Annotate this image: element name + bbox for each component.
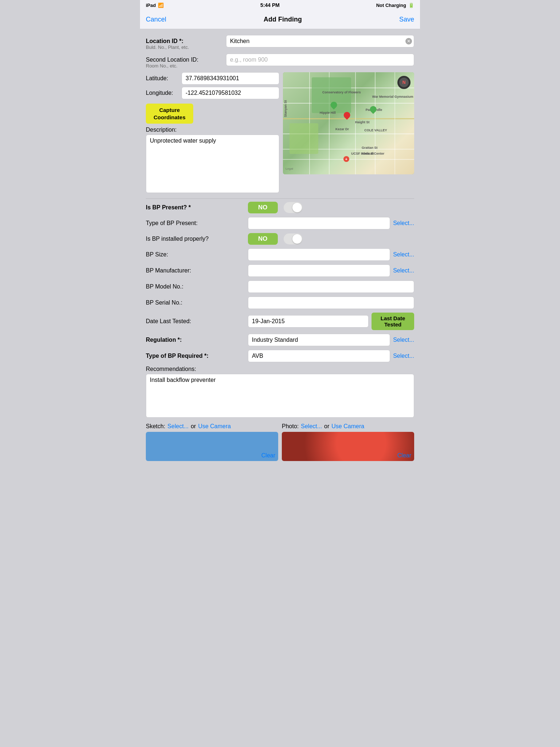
bp-serial-label: BP Serial No.:	[146, 299, 248, 306]
battery-label: Not Charging	[376, 3, 406, 8]
location-id-input[interactable]	[226, 35, 414, 47]
location-id-label: Location ID *: Buld. No., Plant, etc.	[146, 35, 226, 50]
compass-icon: N	[397, 76, 411, 89]
is-bp-installed-row: Is BP installed properly? NO	[146, 233, 414, 245]
latitude-row: Latitude:	[146, 72, 279, 85]
is-bp-present-no-badge: NO	[248, 202, 278, 213]
status-right: Not Charging 🔋	[376, 3, 414, 8]
regulation-select[interactable]: Select...	[393, 337, 414, 343]
status-bar: iPad 📶 5:44 PM Not Charging 🔋	[140, 0, 420, 10]
is-bp-present-controls: NO	[248, 202, 303, 213]
recommendations-label: Recommendations:	[146, 366, 414, 372]
bp-manufacturer-controls: Select...	[248, 264, 414, 277]
sketch-section: Sketch: Select... or Use Camera Clear	[146, 423, 278, 461]
bp-size-controls: Select...	[248, 248, 414, 261]
second-location-id-input[interactable]	[226, 54, 414, 66]
type-of-bp-required-input[interactable]: AVB	[248, 350, 390, 362]
map-view[interactable]: Stanyan St COLE VALLEY Conservatory of F…	[283, 72, 414, 174]
sketch-clear-button[interactable]: Clear	[261, 452, 275, 459]
location-id-clear-icon[interactable]: ✕	[405, 38, 412, 44]
coords-section: Latitude: Longitude: CaptureCoordinates …	[146, 72, 279, 195]
second-location-id-input-container	[226, 54, 414, 66]
status-time: 5:44 PM	[260, 2, 280, 8]
photo-label: Photo:	[282, 423, 299, 430]
description-label: Description:	[146, 127, 279, 133]
ucsf-marker: +	[343, 156, 349, 162]
sketch-camera-link[interactable]: Use Camera	[198, 423, 231, 430]
recommendations-section: Recommendations:	[146, 366, 414, 419]
photo-select-link[interactable]: Select...	[301, 423, 322, 430]
bp-serial-row: BP Serial No.:	[146, 297, 414, 309]
compass-needle: N	[399, 78, 409, 87]
bp-size-input[interactable]	[248, 248, 390, 261]
is-bp-installed-toggle[interactable]	[284, 233, 303, 244]
sketch-photo-row: Sketch: Select... or Use Camera Clear Ph…	[146, 423, 414, 461]
is-bp-installed-label: Is BP installed properly?	[146, 236, 248, 242]
bp-model-row: BP Model No.:	[146, 280, 414, 293]
date-last-tested-label: Date Last Tested:	[146, 318, 248, 325]
save-button[interactable]: Save	[399, 16, 414, 23]
is-bp-present-toggle-knob	[292, 203, 302, 212]
photo-section: Photo: Select... or Use Camera Clear	[282, 423, 414, 461]
second-location-id-label: Second Location ID: Room No., etc.	[146, 54, 226, 69]
page-title: Add Finding	[264, 16, 302, 23]
bp-manufacturer-row: BP Manufacturer: Select...	[146, 264, 414, 277]
device-label: iPad	[146, 3, 156, 8]
is-bp-installed-toggle-knob	[292, 234, 302, 244]
bp-model-input[interactable]	[248, 280, 414, 293]
is-bp-installed-no-badge: NO	[248, 233, 278, 245]
date-last-tested-input[interactable]	[248, 315, 369, 328]
type-of-bp-present-controls: Select...	[248, 217, 414, 229]
type-of-bp-required-label: Type of BP Required *:	[146, 353, 248, 359]
bp-serial-input-container	[248, 297, 414, 309]
photo-or: or	[324, 423, 329, 430]
type-of-bp-required-select[interactable]: Select...	[393, 353, 414, 359]
form-content: Location ID *: Buld. No., Plant, etc. ✕ …	[140, 29, 420, 467]
photo-clear-button[interactable]: Clear	[397, 452, 411, 459]
cancel-button[interactable]: Cancel	[146, 16, 166, 23]
divider-1	[146, 198, 414, 199]
bp-size-label: BP Size:	[146, 251, 248, 258]
longitude-label: Longitude:	[146, 90, 179, 96]
last-date-tested-button[interactable]: Last Date Tested	[372, 313, 414, 330]
bp-manufacturer-label: BP Manufacturer:	[146, 267, 248, 274]
sketch-label: Sketch:	[146, 423, 165, 430]
coords-map-row: Latitude: Longitude: CaptureCoordinates …	[146, 72, 414, 195]
status-left: iPad 📶	[146, 3, 164, 8]
photo-camera-link[interactable]: Use Camera	[331, 423, 364, 430]
recommendations-input[interactable]	[146, 374, 414, 418]
latitude-label: Latitude:	[146, 75, 179, 82]
nav-bar: Cancel Add Finding Save	[140, 10, 420, 29]
location-id-sublabel: Buld. No., Plant, etc.	[146, 44, 226, 50]
bp-manufacturer-select[interactable]: Select...	[393, 267, 414, 274]
sketch-or: or	[191, 423, 196, 430]
date-last-tested-row: Date Last Tested: Last Date Tested	[146, 313, 414, 330]
type-of-bp-required-controls: AVB Select...	[248, 350, 414, 362]
is-bp-present-label: Is BP Present? *	[146, 204, 248, 211]
is-bp-present-toggle[interactable]	[284, 202, 303, 213]
longitude-input[interactable]	[182, 87, 279, 99]
sketch-preview: Clear	[146, 432, 278, 461]
bp-model-input-container	[248, 280, 414, 293]
type-of-bp-present-input[interactable]	[248, 217, 390, 229]
is-bp-installed-controls: NO	[248, 233, 303, 245]
regulation-row: Regulation *: Industry Standard Select..…	[146, 334, 414, 346]
bp-size-select[interactable]: Select...	[393, 251, 414, 258]
wifi-icon: 📶	[158, 3, 164, 8]
second-location-id-row: Second Location ID: Room No., etc.	[146, 54, 414, 69]
regulation-input[interactable]: Industry Standard	[248, 334, 390, 346]
description-section: Description:	[146, 127, 279, 195]
description-input[interactable]	[146, 135, 279, 193]
latitude-input[interactable]	[182, 72, 279, 85]
capture-coordinates-button[interactable]: CaptureCoordinates	[146, 104, 193, 124]
type-of-bp-present-label: Type of BP Present:	[146, 220, 248, 227]
sketch-select-link[interactable]: Select...	[167, 423, 188, 430]
battery-icon: 🔋	[408, 3, 414, 8]
type-of-bp-present-select[interactable]: Select...	[393, 220, 414, 227]
map-background: Stanyan St COLE VALLEY Conservatory of F…	[283, 72, 414, 174]
photo-preview: Clear	[282, 432, 414, 461]
type-of-bp-required-row: Type of BP Required *: AVB Select...	[146, 350, 414, 362]
bp-serial-input[interactable]	[248, 297, 414, 309]
bp-size-row: BP Size: Select...	[146, 248, 414, 261]
bp-manufacturer-input[interactable]	[248, 264, 390, 277]
